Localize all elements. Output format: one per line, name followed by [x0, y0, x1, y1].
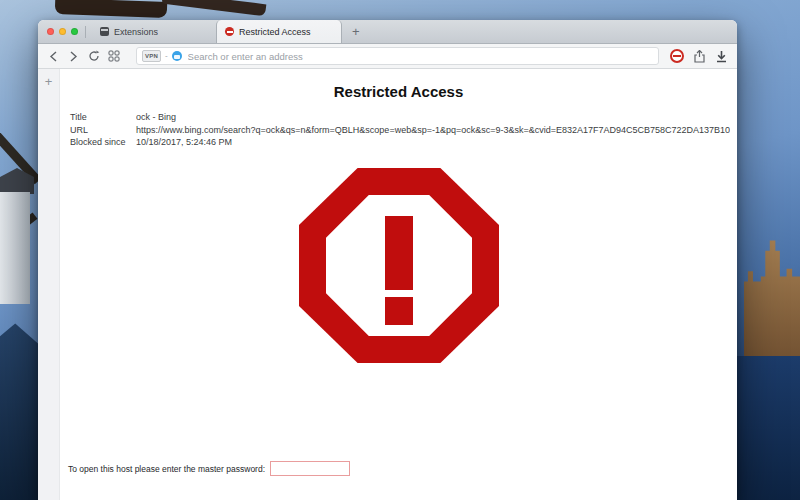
master-password-input[interactable] — [270, 461, 350, 476]
sidebar-add-button[interactable]: + — [38, 74, 59, 89]
minimize-window-button[interactable] — [59, 28, 66, 35]
left-sidebar: + — [38, 69, 60, 500]
reload-button[interactable] — [87, 50, 100, 63]
tabbar-separator — [85, 26, 86, 38]
screen: Extensions Restricted Access + — [0, 0, 800, 500]
windmill-tower — [0, 192, 30, 304]
info-row-title: Title ock - Bing — [70, 113, 731, 122]
info-value: https://www.bing.com/search?q=ock&qs=n&f… — [136, 126, 730, 135]
tab-extensions[interactable]: Extensions — [92, 20, 204, 43]
vpn-badge[interactable]: VPN — [142, 50, 161, 62]
reload-icon — [88, 50, 100, 62]
toolbar-right-icons — [670, 49, 728, 63]
no-entry-icon — [225, 27, 234, 36]
info-row-blocked-since: Blocked since 10/18/2017, 5:24:46 PM — [70, 138, 731, 147]
master-password-prompt: To open this host please enter the maste… — [68, 461, 350, 476]
tab-bar: Extensions Restricted Access + — [38, 20, 737, 44]
toolbar: VPN - — [38, 44, 737, 69]
share-icon — [694, 50, 705, 63]
window-content: + Restricted Access Title ock - Bing URL… — [38, 69, 737, 500]
download-icon — [716, 50, 727, 63]
forward-button[interactable] — [67, 50, 80, 63]
back-button[interactable] — [47, 50, 60, 63]
tab-restricted-access[interactable]: Restricted Access — [216, 20, 342, 43]
back-chevron-icon — [49, 51, 58, 62]
tab-label: Restricted Access — [239, 27, 311, 37]
info-value: ock - Bing — [136, 113, 176, 122]
sea-silhouette — [737, 356, 800, 500]
info-value: 10/18/2017, 5:24:46 PM — [136, 138, 232, 147]
close-window-button[interactable] — [47, 28, 54, 35]
badge-separator: - — [165, 52, 168, 60]
restricted-access-extension-icon[interactable] — [670, 49, 684, 63]
info-label: URL — [70, 126, 136, 135]
zoom-window-button[interactable] — [71, 28, 78, 35]
block-info: Title ock - Bing URL https://www.bing.co… — [70, 113, 731, 151]
new-tab-button[interactable]: + — [352, 25, 360, 38]
download-button[interactable] — [715, 50, 728, 63]
site-page-icon[interactable] — [172, 51, 182, 61]
browser-window: Extensions Restricted Access + — [38, 20, 737, 500]
info-label: Title — [70, 113, 136, 122]
restricted-access-page: Restricted Access Title ock - Bing URL h… — [60, 69, 737, 500]
info-label: Blocked since — [70, 138, 136, 147]
address-bar[interactable]: VPN - — [136, 47, 659, 65]
tab-label: Extensions — [114, 27, 158, 37]
page-title: Restricted Access — [60, 83, 737, 100]
hillside-silhouette — [0, 318, 38, 500]
info-row-url: URL https://www.bing.com/search?q=ock&qs… — [70, 126, 731, 135]
traffic-lights — [38, 28, 85, 35]
forward-chevron-icon — [69, 51, 78, 62]
grid-icon — [108, 50, 120, 62]
address-input[interactable] — [186, 50, 653, 63]
prompt-label: To open this host please enter the maste… — [68, 464, 265, 474]
speed-dial-button[interactable] — [107, 50, 120, 63]
stop-sign-icon — [299, 168, 499, 363]
share-button[interactable] — [693, 50, 706, 63]
extensions-box-icon — [100, 27, 109, 36]
